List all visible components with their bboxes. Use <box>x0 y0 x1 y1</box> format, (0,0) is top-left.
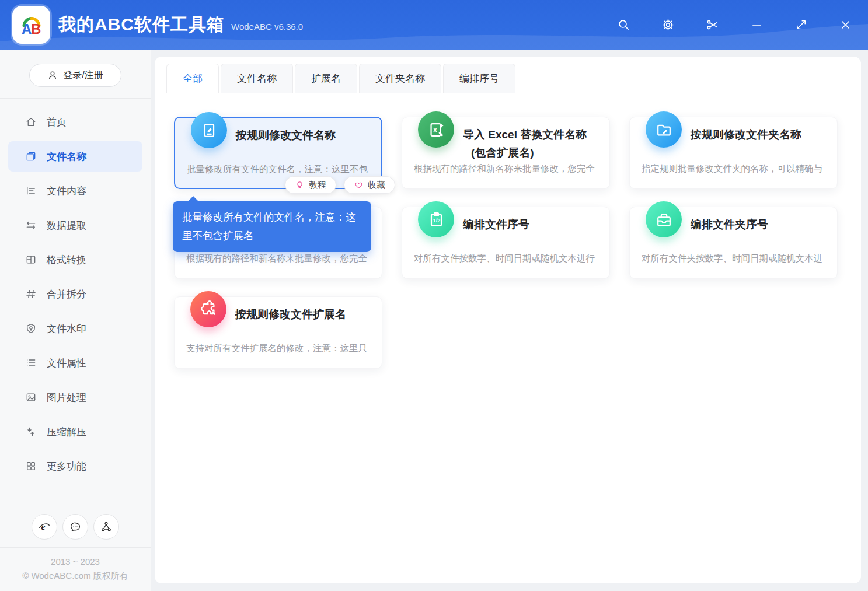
tutorial-label: 教程 <box>309 180 326 191</box>
tab-sequence[interactable]: 编排序号 <box>443 64 515 93</box>
heart-icon <box>354 180 364 190</box>
card-rename-folders-by-rule[interactable]: 按规则修改文件夹名称 指定规则批量修改文件夹的名称，可以精确与 <box>629 117 838 189</box>
card-excel-replace-file-names[interactable]: X 导入 Excel 替换文件名称 (包含扩展名) 根据现有的路径和新名称来批量… <box>402 117 610 189</box>
clipboard-number-icon: 1/2 <box>418 201 454 237</box>
card-description: 指定规则批量修改文件夹的名称，可以精确与 <box>642 163 829 175</box>
card-title: 导入 Excel 替换文件名称 (包含扩展名) <box>463 125 606 162</box>
card-title-line2: (包含扩展名) <box>463 144 606 162</box>
sidebar-item-label: 合并拆分 <box>47 288 86 301</box>
lightbulb-icon <box>295 180 305 190</box>
main-panel: 全部 文件名称 扩展名 文件夹名称 编排序号 按规则修改文件名称 批量修改所有文… <box>155 57 861 583</box>
card-title: 编排文件序号 <box>463 215 606 233</box>
sidebar-item-label: 更多功能 <box>47 460 86 473</box>
card-description: 对所有文件夹按数字、时间日期或随机文本进 <box>642 253 829 265</box>
footer-copyright: © WodeABC.com 版权所有 <box>0 569 151 583</box>
format-convert-icon <box>25 254 37 265</box>
file-name-icon <box>25 151 37 162</box>
sidebar-item-file-content[interactable]: 文件内容 <box>8 176 142 206</box>
card-description: 对所有文件按数字、时间日期或随机文本进行 <box>414 253 601 265</box>
card-number-files[interactable]: 1/2 编排文件序号 对所有文件按数字、时间日期或随机文本进行 <box>402 207 610 279</box>
sidebar-item-more-features[interactable]: 更多功能 <box>8 451 142 481</box>
watermark-icon <box>25 323 37 334</box>
tab-file-name[interactable]: 文件名称 <box>221 64 293 93</box>
sidebar-item-home[interactable]: 首页 <box>8 107 142 137</box>
favorite-label: 收藏 <box>368 180 385 191</box>
card-description: 批量修改所有文件的文件名，注意：这里不包 <box>187 163 373 176</box>
person-icon <box>47 70 58 81</box>
card-title-line1: 导入 Excel 替换文件名称 <box>463 128 587 141</box>
card-title: 按规则修改文件夹名称 <box>691 125 834 144</box>
file-content-icon <box>25 185 37 197</box>
sidebar-item-label: 文件内容 <box>47 184 86 198</box>
sidebar-item-label: 文件名称 <box>47 150 86 163</box>
sidebar-item-label: 压缩解压 <box>47 425 86 439</box>
sidebar-spacer <box>0 485 151 506</box>
sidebar-footer: 2013 ~ 2023 © WodeABC.com 版权所有 <box>0 548 151 591</box>
sidebar-nav: 首页 文件名称 文件内容 数据提取 格式转换 合并拆分 文件水印 文件属性 <box>0 99 151 485</box>
sidebar-item-label: 数据提取 <box>47 219 86 232</box>
login-register-button[interactable]: 登录/注册 <box>29 64 121 87</box>
doc-edit-icon <box>191 112 227 148</box>
ie-browser-icon[interactable]: e <box>32 514 57 540</box>
minimize-icon[interactable] <box>744 13 769 37</box>
app-version: WodeABC v6.36.0 <box>231 22 303 32</box>
titlebar-actions <box>591 0 857 50</box>
app-title: 我的ABC软件工具箱 <box>58 13 225 37</box>
image-process-icon <box>25 391 37 403</box>
card-hover-actions: 教程 收藏 <box>285 176 395 194</box>
chat-icon[interactable] <box>62 514 88 540</box>
sidebar-item-label: 文件属性 <box>47 356 86 370</box>
excel-doc-icon: X <box>418 111 454 148</box>
sidebar-item-label: 图片处理 <box>47 391 86 404</box>
clipboard-badge: 1/2 <box>433 218 440 223</box>
card-description: 根据现有的路径和新名称来批量修改，您完全 <box>186 253 374 265</box>
sidebar-item-merge-split[interactable]: 合并拆分 <box>8 279 142 309</box>
close-icon[interactable] <box>833 13 857 37</box>
data-extract-icon <box>25 219 37 231</box>
sidebar-item-file-name[interactable]: 文件名称 <box>8 141 142 172</box>
puzzle-edit-icon <box>190 291 226 327</box>
tab-folder-name[interactable]: 文件夹名称 <box>359 64 441 93</box>
sidebar-social-row: e <box>0 506 151 547</box>
sidebar-item-compress[interactable]: 压缩解压 <box>8 417 142 447</box>
sidebar-item-image-process[interactable]: 图片处理 <box>8 382 142 412</box>
svg-text:X: X <box>433 126 437 133</box>
svg-text:e: e <box>41 522 46 531</box>
tooltip-text: 批量修改所有文件的文件名，注意：这里不包含扩展名 <box>182 211 356 242</box>
sidebar-item-format-convert[interactable]: 格式转换 <box>8 244 142 275</box>
tab-extension[interactable]: 扩展名 <box>295 64 357 93</box>
folder-edit-icon <box>646 111 682 148</box>
sidebar-item-label: 文件水印 <box>47 322 86 335</box>
compress-icon <box>25 426 37 438</box>
tab-bar: 全部 文件名称 扩展名 文件夹名称 编排序号 <box>155 57 861 93</box>
merge-split-icon <box>25 288 37 300</box>
card-number-folders[interactable]: 编排文件夹序号 对所有文件夹按数字、时间日期或随机文本进 <box>629 207 838 279</box>
settings-gear-icon[interactable] <box>656 13 680 37</box>
scissors-icon[interactable] <box>700 13 724 37</box>
sidebar-item-label: 首页 <box>47 116 67 129</box>
sidebar-item-data-extract[interactable]: 数据提取 <box>8 210 142 240</box>
tab-all[interactable]: 全部 <box>166 64 219 93</box>
favorite-button[interactable]: 收藏 <box>344 176 395 194</box>
svg-text:A: A <box>22 21 32 37</box>
login-register-label: 登录/注册 <box>63 69 103 82</box>
titlebar: A B 我的ABC软件工具箱 WodeABC v6.36.0 <box>0 0 868 50</box>
sidebar: 登录/注册 首页 文件名称 文件内容 数据提取 格式转换 合并拆分 <box>0 50 151 591</box>
home-icon <box>25 116 37 128</box>
more-features-icon <box>25 460 37 472</box>
svg-text:B: B <box>31 21 41 37</box>
card-title: 按规则修改文件名称 <box>236 126 379 144</box>
tooltip: 批量修改所有文件的文件名，注意：这里不包含扩展名 <box>173 201 371 252</box>
archive-box-icon <box>646 201 682 237</box>
sidebar-item-watermark[interactable]: 文件水印 <box>8 313 142 344</box>
footer-years: 2013 ~ 2023 <box>0 555 151 569</box>
share-icon[interactable] <box>93 514 119 540</box>
card-rename-files-by-rule[interactable]: 按规则修改文件名称 批量修改所有文件的文件名，注意：这里不包 教程 收藏 <box>174 117 382 189</box>
search-icon[interactable] <box>611 13 636 37</box>
tutorial-button[interactable]: 教程 <box>285 176 336 194</box>
sidebar-item-file-attrs[interactable]: 文件属性 <box>8 348 142 378</box>
maximize-icon[interactable] <box>789 13 813 37</box>
card-change-file-extensions[interactable]: 按规则修改文件扩展名 支持对所有文件扩展名的修改，注意：这里只 <box>174 296 382 369</box>
card-description: 根据现有的路径和新名称来批量修改，您完全 <box>414 163 601 175</box>
app-logo: A B <box>12 6 50 44</box>
